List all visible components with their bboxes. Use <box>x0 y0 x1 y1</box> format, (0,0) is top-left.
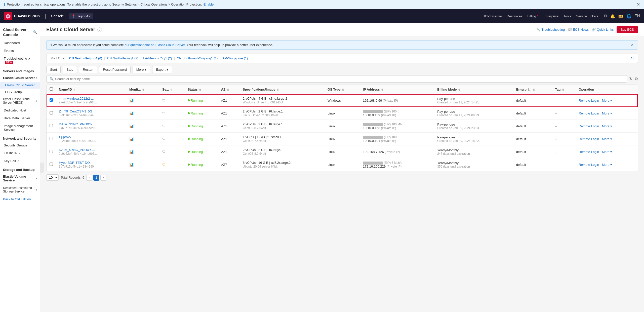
questionnaire-link[interactable]: our questionnaire on Elastic Cloud Serve… <box>125 43 185 47</box>
tab-la-mexico[interactable]: LA-Mexico City1 (2) <box>141 56 174 61</box>
row4-name-link[interactable]: zlj-proxy <box>59 135 71 139</box>
ecs-news-link[interactable]: 📰 ECS News <box>568 28 589 31</box>
restart-button[interactable]: Restart <box>79 66 97 73</box>
export-button[interactable]: Export ▾ <box>152 66 172 73</box>
sidebar-group-dss[interactable]: Dedicated Distributed Storage Service ▾ <box>0 184 40 195</box>
row5-name-link[interactable]: DATA_SYNC_PROXY-... <box>59 148 95 152</box>
row2-status: Running <box>185 107 218 120</box>
col-specs[interactable]: Specifications/Image ⇅ <box>240 85 325 94</box>
row6-more[interactable]: More ▾ <box>602 163 612 167</box>
col-enterprise[interactable]: Enterpri... ⇅ <box>513 85 552 94</box>
lang-label[interactable]: EN <box>634 14 640 18</box>
bell-icon[interactable]: 🔔 <box>610 14 615 19</box>
row5-checkbox[interactable] <box>50 150 53 153</box>
row4-more[interactable]: More ▾ <box>602 137 612 141</box>
region-selector[interactable]: 📍 Beijing4 ▾ <box>69 13 93 19</box>
sidebar-item-key-pair[interactable]: Key Pair ↗ <box>0 157 40 165</box>
sidebar-item-image-mgmt[interactable]: Image Management Service <box>0 122 40 134</box>
enterprise-link[interactable]: Enterprise <box>544 14 558 18</box>
more-button[interactable]: More ▾ <box>133 66 150 73</box>
help-icon[interactable]: ? <box>97 27 102 32</box>
billing-link[interactable]: Billing ● <box>527 14 538 18</box>
start-button[interactable]: Start <box>46 66 61 73</box>
back-to-old-edition[interactable]: Back to Old Edition <box>0 195 40 203</box>
row1-checkbox[interactable] <box>50 98 53 102</box>
row3-billing-date: Created on Jan 09, 2024 23:33... <box>437 126 510 130</box>
icp-license-link[interactable]: ICP License <box>484 14 502 18</box>
sidebar-item-bare-metal[interactable]: Bare Metal Server <box>0 114 40 122</box>
console-label[interactable]: Console <box>51 14 64 18</box>
row5-remote-login[interactable]: Remote Login <box>579 150 599 154</box>
col-tag[interactable]: Tag ⇅ <box>552 85 576 94</box>
row3-remote-login[interactable]: Remote Login <box>579 124 599 128</box>
col-os[interactable]: OS Type ⇅ <box>325 85 360 94</box>
resources-link[interactable]: Resources <box>507 14 522 18</box>
tab-ap-singapore[interactable]: AP-Singapore (1) <box>221 56 250 61</box>
col-ip[interactable]: IP Address ⇅ <box>360 85 434 94</box>
row6-remote-login[interactable]: Remote Login <box>579 163 599 167</box>
row3-more[interactable]: More ▾ <box>602 124 612 128</box>
row2-more[interactable]: More ▾ <box>602 111 612 115</box>
row3-checkbox[interactable] <box>50 124 53 127</box>
row6-name-link[interactable]: HyperBDR-TEST-DO... <box>59 161 93 165</box>
sidebar-item-troubleshooting[interactable]: Troubleshooting ↗ NEW <box>0 55 40 66</box>
col-name[interactable]: Name/ID ⇅ <box>56 85 126 94</box>
sidebar-item-events[interactable]: Events <box>0 47 40 55</box>
row1-name-link[interactable]: mhm-windows2012r2-... <box>59 97 94 100</box>
sidebar-search-icon[interactable]: 🔍 <box>33 30 37 34</box>
col-monitor[interactable]: Monit... ⇅ <box>126 85 159 94</box>
select-all-checkbox[interactable] <box>50 87 53 91</box>
table-settings-icon[interactable]: ⚙ <box>634 76 638 81</box>
troubleshooting-link[interactable]: 🔧 Troubleshooting <box>536 28 565 31</box>
tab-cn-beijing1[interactable]: CN North-Beijing1 (2) <box>105 56 140 61</box>
reset-password-button[interactable]: Reset Password <box>99 66 131 73</box>
row2-checkbox[interactable] <box>50 111 53 114</box>
stop-button[interactable]: Stop <box>63 66 77 73</box>
sidebar-group-hecs[interactable]: Hyper Elastic Cloud Server (HECS) ▾ <box>0 95 40 106</box>
row1-az: AZ1 <box>218 94 240 107</box>
col-status[interactable]: Status ⇅ <box>185 85 218 94</box>
row5-more[interactable]: More ▾ <box>602 150 612 154</box>
per-page-select[interactable]: 10 20 50 <box>46 174 59 181</box>
row6-checkbox[interactable] <box>50 163 53 166</box>
row2-name-link[interactable]: Zjj_T9_CentOS7-3_5G <box>59 109 92 113</box>
enable-link[interactable]: Enable <box>204 3 214 6</box>
row6-checkbox-cell <box>47 158 56 171</box>
sidebar-collapse-handle[interactable]: ‹ <box>40 163 44 173</box>
sidebar-item-dashboard[interactable]: Dashboard <box>0 39 40 47</box>
buy-ecs-button[interactable]: Buy ECS <box>617 26 638 33</box>
sidebar-item-elastic-ip[interactable]: Elastic IP ↗ <box>0 149 40 157</box>
badge-icon[interactable]: 🎫 <box>618 14 623 19</box>
tab-cn-southwest[interactable]: CN Southwest-Guiyang1 (1) <box>175 56 220 61</box>
next-page-button[interactable]: › <box>100 175 106 181</box>
col-security[interactable]: Se... ⇅ <box>159 85 185 94</box>
tabs-refresh-icon[interactable]: ↻ <box>630 56 634 61</box>
sidebar-item-security-groups[interactable]: Security Groups <box>0 141 40 149</box>
sidebar-group-evs[interactable]: Elastic Volume Service ▾ <box>0 173 40 184</box>
col-billing[interactable]: Billing Mode ⇅ <box>434 85 513 94</box>
sidebar-sub-elastic-cloud[interactable]: Elastic Cloud Server <box>0 82 40 89</box>
table-refresh-icon[interactable]: ↻ <box>629 76 632 81</box>
row4-remote-login[interactable]: Remote Login <box>579 137 599 141</box>
row2-remote-login[interactable]: Remote Login <box>579 111 599 115</box>
prev-page-button[interactable]: ‹ <box>86 175 92 181</box>
col-az[interactable]: AZ ⇅ <box>218 85 240 94</box>
notification-close[interactable]: ✕ <box>637 2 640 7</box>
search-input[interactable] <box>55 77 624 81</box>
info-banner-close[interactable]: ✕ <box>631 43 634 47</box>
globe-icon[interactable]: 🌐 <box>626 14 631 19</box>
quick-links-link[interactable]: 🔗 Quick Links <box>592 28 614 31</box>
screen-icon[interactable]: 🖥 <box>603 14 607 18</box>
sidebar-item-dedicated-host[interactable]: Dedicated Host <box>0 106 40 114</box>
sidebar-sub-ecs-group[interactable]: ECS Group <box>0 89 40 95</box>
row3-name-link[interactable]: DATA_SYNC_PROXY-... <box>59 122 95 126</box>
tab-cn-beijing4[interactable]: CN North-Beijing4 (6) <box>67 56 104 61</box>
sidebar-group-ecs[interactable]: Elastic Cloud Server ▾ <box>0 74 40 82</box>
row1-remote-login[interactable]: Remote Login <box>579 99 599 102</box>
row3-name: DATA_SYNC_PROXY-... 6461c1b6-3185-4990-a… <box>56 120 126 133</box>
row1-more[interactable]: More ▾ <box>602 99 612 102</box>
service-tickets-link[interactable]: Service Tickets <box>576 14 598 18</box>
row4-checkbox[interactable] <box>50 137 53 140</box>
tools-link[interactable]: Tools <box>564 14 571 18</box>
page-header: Elastic Cloud Server ? 🔧 Troubleshooting… <box>40 23 644 36</box>
